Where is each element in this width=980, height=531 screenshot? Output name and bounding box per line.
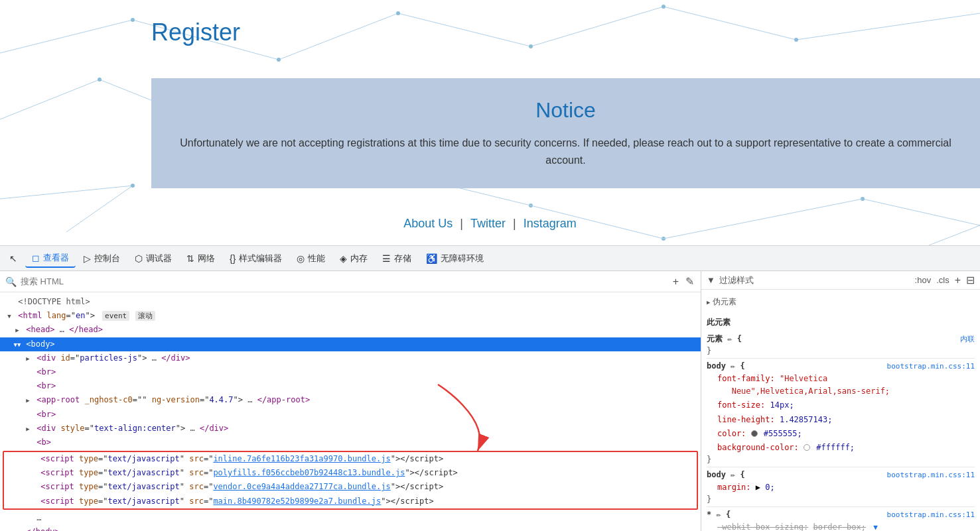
tree-body[interactable]: ▼ <body> — [0, 337, 701, 351]
script2-src-name: src — [189, 468, 204, 477]
network-icon: ⇅ — [186, 253, 194, 264]
tree-ellipsis[interactable]: … — [0, 511, 701, 525]
html-attr-val: en — [76, 311, 85, 320]
script-line-3[interactable]: <script type="text/javascript" src="vend… — [4, 480, 697, 494]
notice-title: Notice — [178, 98, 953, 123]
tab-debugger[interactable]: ⬡ 调试器 — [128, 250, 178, 267]
svg-line-9 — [0, 186, 133, 199]
tree-b[interactable]: <b> — [0, 436, 701, 449]
pseudo-label: 伪元素 — [713, 296, 736, 308]
tab-memory[interactable]: ◈ 内存 — [333, 250, 374, 267]
body-tag: <body> — [26, 339, 54, 349]
script-line-4[interactable]: <script type="text/javascript" src="main… — [4, 495, 697, 508]
script-line-1[interactable]: <script type="text/javascript" src="inli… — [4, 452, 697, 466]
script1-tag: <script — [40, 454, 74, 463]
svg-line-6 — [796, 13, 980, 40]
expand-body[interactable]: ▼ — [13, 340, 21, 349]
script3-type-name: type — [79, 482, 98, 491]
script4-src-val[interactable]: main.8b490782e52b9899e2a7.bundle.js — [213, 497, 381, 506]
svg-line-7 — [0, 80, 100, 119]
tree-particles[interactable]: <div id="particles-js"> … </div> — [0, 351, 701, 365]
bg-color-val: #ffffff; — [816, 443, 855, 452]
body-close-tag: </body> — [26, 527, 60, 531]
tree-br-1[interactable]: <br> — [0, 365, 701, 379]
tree-body-close[interactable]: </body> — [0, 525, 701, 531]
script-line-2[interactable]: <script type="text/javascript" src="poly… — [4, 466, 697, 480]
tab-style-editor[interactable]: {} 样式编辑器 — [223, 250, 289, 267]
script2-type-name: type — [79, 468, 98, 477]
script2-type-val: text/javascript — [107, 468, 179, 477]
add-style-btn[interactable]: + — [955, 274, 961, 286]
particles-ellipsis: … — [152, 353, 157, 363]
svg-line-0 — [0, 20, 133, 53]
particles-close: </div> — [161, 353, 190, 363]
about-us-link[interactable]: About Us — [403, 217, 453, 230]
expand-div-center[interactable] — [24, 424, 32, 434]
tab-network-label: 网络 — [198, 253, 215, 265]
css-bg-color: background-color: #ffffff; — [707, 441, 975, 455]
tab-accessibility[interactable]: ♿ 无障碍环境 — [419, 250, 490, 267]
tab-style-editor-label: 样式编辑器 — [239, 253, 282, 265]
devtools-cursor-btn[interactable]: ↖ — [3, 251, 24, 266]
body-rule-1: body ✏ { bootstrap.min.css:11 font-famil… — [707, 359, 975, 467]
tab-storage[interactable]: ☰ 存储 — [376, 250, 418, 267]
tree-doctype[interactable]: <!DOCTYPE html> — [0, 295, 701, 309]
footer-links: About Us | Twitter | Instagram — [0, 217, 980, 231]
html-tree: <!DOCTYPE html> <html lang="en"> event 滚… — [0, 292, 701, 531]
script4-type-name: type — [79, 497, 98, 506]
pseudo-header[interactable]: ▶ 伪元素 — [707, 295, 975, 309]
expand-app-root[interactable] — [24, 396, 32, 405]
tab-network[interactable]: ⇅ 网络 — [180, 250, 222, 267]
search-input[interactable] — [21, 276, 667, 286]
css-line-height: line-height: 1.42857143; — [707, 413, 975, 427]
expand-particles[interactable] — [24, 354, 32, 363]
svg-line-3 — [398, 13, 531, 46]
html-panel: 🔍 + ✎ <!DOCTYPE html> <html lang="en"> e… — [0, 271, 701, 531]
body-rule-1-close: } — [707, 455, 975, 464]
webkit-filter-icon: ▼ — [873, 523, 878, 531]
html-tag-open: <html — [18, 311, 42, 320]
filter-icon: ▼ — [707, 275, 715, 285]
margin-arrow: ▶ — [756, 483, 765, 492]
script2-src-val[interactable]: polyfills.f056ccbeb07b92448c13.bundle.js — [213, 468, 405, 477]
tree-br-3[interactable]: <br> — [0, 408, 701, 422]
svg-line-5 — [664, 7, 796, 40]
element-source: 内联 — [960, 334, 975, 344]
event-badge[interactable]: event — [102, 311, 129, 321]
devtools-main: 🔍 + ✎ <!DOCTYPE html> <html lang="en"> e… — [0, 270, 980, 531]
filter-label: 过滤样式 — [719, 274, 754, 286]
pick-element-btn[interactable]: ✎ — [684, 274, 695, 289]
cls-btn[interactable]: .cls — [936, 275, 949, 285]
add-node-btn[interactable]: + — [671, 274, 680, 289]
script3-src-val[interactable]: vendor.0ce9a4a4addea27177ca.bundle.js — [213, 482, 390, 491]
this-element-title: 此元素 — [707, 314, 975, 331]
svg-point-18 — [794, 38, 798, 42]
script1-src-val[interactable]: inline.7a6fe116b23fa31a9970.bundle.js — [213, 454, 390, 463]
tree-head[interactable]: <head> … </head> — [0, 323, 701, 337]
body-rule-2-header: body ✏ { bootstrap.min.css:11 — [707, 470, 975, 479]
style-settings-btn[interactable]: ⊟ — [966, 274, 975, 286]
bg-color-prop: background-color: — [717, 443, 799, 452]
tree-html[interactable]: <html lang="en"> event 滚动 — [0, 309, 701, 323]
notice-box: Notice Unfortunately we are not acceptin… — [151, 78, 980, 188]
tree-app-root[interactable]: <app-root _nghost-c0="" ng-version="4.4.… — [0, 393, 701, 407]
line-height-val: 1.42857143; — [780, 415, 832, 424]
star-rule-header: * ✏ { bootstrap.min.css:11 — [707, 510, 975, 519]
expand-head[interactable] — [13, 325, 21, 335]
head-ellipsis: … — [60, 325, 64, 334]
expand-html[interactable] — [5, 312, 13, 321]
tab-inspector[interactable]: ◻ 查看器 — [25, 249, 76, 268]
search-bar: 🔍 + ✎ — [0, 271, 701, 292]
body-source-1: bootstrap.min.css:11 — [887, 362, 975, 371]
tree-div-center[interactable]: <div style="text-align:center"> … </div> — [0, 422, 701, 436]
hov-btn[interactable]: :hov — [915, 275, 932, 285]
tree-br-2[interactable]: <br> — [0, 379, 701, 393]
color-val: #555555; — [764, 429, 802, 438]
margin-prop: margin: — [717, 483, 751, 492]
tab-performance[interactable]: ◎ 性能 — [290, 250, 332, 267]
instagram-link[interactable]: Instagram — [524, 217, 577, 230]
twitter-link[interactable]: Twitter — [470, 217, 506, 230]
br3-tag: <br> — [36, 410, 56, 419]
tab-console[interactable]: ▷ 控制台 — [77, 250, 127, 267]
scroll-badge[interactable]: 滚动 — [135, 311, 155, 321]
